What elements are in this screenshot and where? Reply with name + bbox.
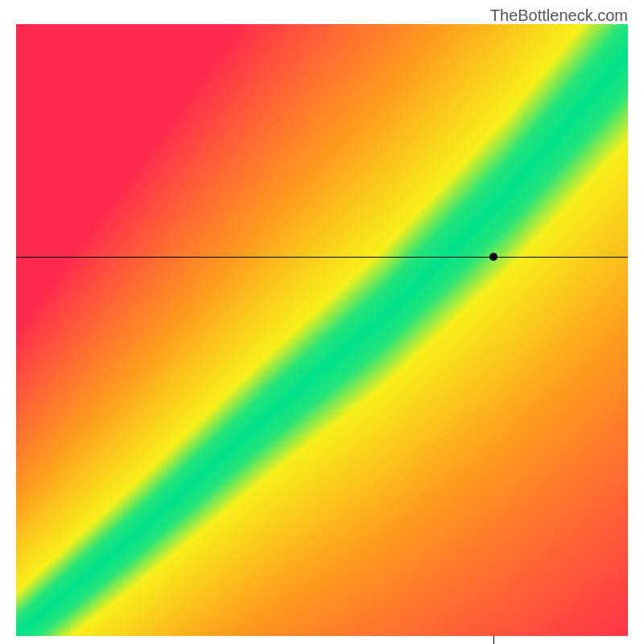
watermark-text: TheBottleneck.com	[490, 6, 628, 25]
heatmap-plot	[16, 24, 628, 636]
crosshair-vertical	[493, 636, 494, 644]
marker-dot	[489, 253, 497, 261]
chart-container: TheBottleneck.com	[0, 0, 644, 644]
crosshair-horizontal	[16, 257, 628, 258]
heatmap-canvas	[16, 24, 628, 636]
